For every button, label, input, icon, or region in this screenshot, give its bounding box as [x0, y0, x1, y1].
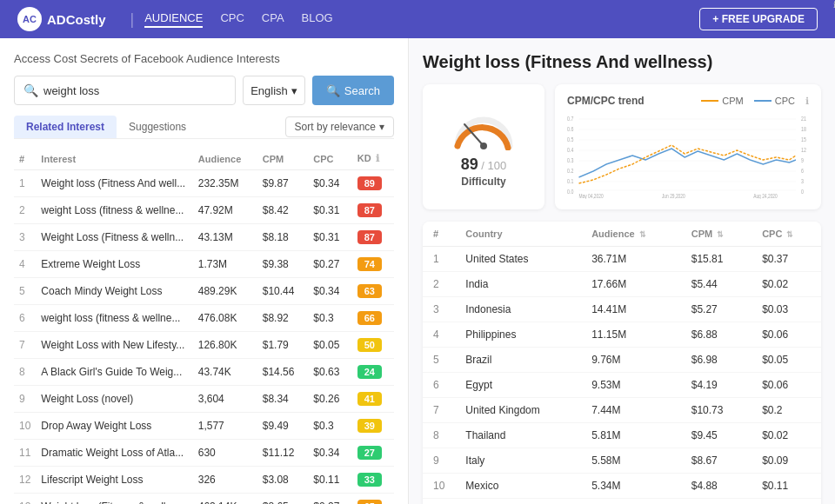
row-interest: Weight Loss (novel) [36, 386, 192, 413]
country-row-audience: 5.34M [581, 499, 681, 505]
gauge-wrap [449, 107, 518, 150]
svg-text:0.3: 0.3 [567, 156, 574, 163]
table-row[interactable]: 6 weight loss (fitness & wellne... 476.0… [14, 305, 394, 332]
country-row-cpc: $0.09 [752, 448, 821, 474]
row-cpm: $8.65 [257, 494, 309, 505]
table-row[interactable]: 7 Weight Loss with New Lifesty... 126.80… [14, 332, 394, 359]
svg-text:0.6: 0.6 [567, 125, 574, 132]
country-row-cpm: $15.81 [681, 247, 752, 272]
row-num: 2 [14, 197, 36, 224]
legend-cpm: CPM [701, 96, 743, 106]
row-interest: Extreme Weight Loss [36, 251, 192, 278]
table-row[interactable]: 5 Brazil 9.76M $6.98 $0.05 [423, 348, 821, 373]
gauge-svg [449, 107, 518, 150]
country-row-country: India [455, 272, 581, 297]
nav-cpc[interactable]: CPC [220, 11, 244, 28]
row-num: 9 [14, 386, 36, 413]
kd-badge: 87 [357, 230, 382, 244]
row-cpc: $0.31 [308, 197, 352, 224]
row-num: 8 [14, 359, 36, 386]
row-kd: 87 [352, 197, 394, 224]
table-row[interactable]: 4 Extreme Weight Loss 1.73M $9.38 $0.27 … [14, 251, 394, 278]
row-audience: 1.73M [193, 251, 257, 278]
country-row-audience: 36.71M [581, 247, 681, 272]
chart-area: 0.7 0.6 0.5 0.4 0.3 0.2 0.1 0.0 21 18 15… [567, 112, 809, 199]
search-button[interactable]: 🔍 Search [312, 76, 394, 105]
table-row[interactable]: 2 India 17.66M $5.44 $0.02 [423, 272, 821, 297]
country-row-cpm: $6.88 [681, 322, 752, 348]
table-row[interactable]: 3 Indonesia 14.41M $5.27 $0.03 [423, 297, 821, 322]
logo-abbr: AC [23, 14, 37, 24]
row-kd: 89 [352, 170, 394, 197]
country-row-audience: 11.15M [581, 322, 681, 348]
table-row[interactable]: 4 Philippines 11.15M $6.88 $0.06 [423, 322, 821, 348]
country-row-cpm: $11.61 [681, 499, 752, 505]
country-row-country: Malaysia [455, 499, 581, 505]
gauge-label: Difficulty [461, 176, 505, 188]
table-row[interactable]: 11 Dramatic Weight Loss of Atla... 630 $… [14, 440, 394, 467]
row-audience: 489.29K [193, 278, 257, 305]
row-interest: weight Loss (fitness & wellne... [36, 197, 192, 224]
interest-table: # Interest Audience CPM CPC KD ℹ 1 Weigh… [14, 148, 394, 504]
header: AC ADCostly | AUDIENCE CPC CPA BLOG + FR… [0, 0, 835, 38]
table-row[interactable]: 9 Weight Loss (novel) 3,604 $8.34 $0.26 … [14, 386, 394, 413]
table-row[interactable]: 11 Malaysia 5.34M $11.61 $0.07 [423, 499, 821, 505]
country-row-country: Indonesia [455, 297, 581, 322]
svg-text:0.4: 0.4 [567, 146, 574, 153]
country-row-cpm: $5.44 [681, 272, 752, 297]
country-row-audience: 5.34M [581, 474, 681, 499]
table-row[interactable]: 13 Weight loss (Fitness & welln... 463.1… [14, 494, 394, 505]
row-interest: Lifescript Weight Loss [36, 467, 192, 494]
chart-card: CPM/CPC trend CPM CPC ℹ [555, 84, 821, 209]
nav-cpa[interactable]: CPA [262, 11, 284, 28]
country-row-cpc: $0.06 [752, 322, 821, 348]
kd-badge: 39 [357, 419, 382, 433]
row-num: 7 [14, 332, 36, 359]
table-row[interactable]: 5 Coach Mindy Weight Loss 489.29K $10.44… [14, 278, 394, 305]
kd-badge: 24 [357, 365, 382, 379]
search-input[interactable] [43, 84, 226, 97]
row-interest: A Black Girl's Guide To Weig... [36, 359, 192, 386]
row-kd: 87 [352, 224, 394, 251]
table-row[interactable]: 8 A Black Girl's Guide To Weig... 43.74K… [14, 359, 394, 386]
table-row[interactable]: 8 Thailand 5.81M $9.45 $0.02 [423, 423, 821, 448]
country-row-audience: 9.53M [581, 373, 681, 398]
row-audience: 47.92M [193, 197, 257, 224]
table-row[interactable]: 7 United Kingdom 7.44M $10.73 $0.2 [423, 398, 821, 423]
table-row[interactable]: 10 Mexico 5.34M $4.88 $0.11 [423, 474, 821, 499]
country-row-cpc: $0.06 [752, 373, 821, 398]
trend-chart: 0.7 0.6 0.5 0.4 0.3 0.2 0.1 0.0 21 18 15… [567, 112, 809, 199]
table-row[interactable]: 6 Egypt 9.53M $4.19 $0.06 [423, 373, 821, 398]
table-row[interactable]: 2 weight Loss (fitness & wellne... 47.92… [14, 197, 394, 224]
language-select[interactable]: English ▾ [243, 76, 305, 105]
sort-button[interactable]: Sort by relevance ▾ [285, 116, 394, 137]
table-row[interactable]: 12 Lifescript Weight Loss 326 $3.08 $0.1… [14, 467, 394, 494]
table-row[interactable]: 10 Drop Away Weight Loss 1,577 $9.49 $0.… [14, 413, 394, 440]
kd-badge: 87 [357, 203, 382, 217]
nav-blog[interactable]: BLOG [302, 11, 333, 28]
tab-suggestions[interactable]: Suggestions [117, 116, 198, 138]
tab-related-interest[interactable]: Related Interest [14, 116, 117, 138]
row-num: 3 [14, 224, 36, 251]
table-row[interactable]: 3 Weight Loss (Fitness & welln... 43.13M… [14, 224, 394, 251]
country-row-country: Mexico [455, 474, 581, 499]
upgrade-button[interactable]: + FREE UPGRADE [699, 8, 818, 30]
country-row-cpc: $0.02 [752, 272, 821, 297]
table-row[interactable]: 1 Weight loss (Fitness And well... 232.3… [14, 170, 394, 197]
search-row: 🔍 English ▾ 🔍 Search [14, 76, 394, 105]
col-audience: Audience [193, 148, 257, 170]
nav-audience[interactable]: AUDIENCE [144, 11, 203, 28]
country-row-num: 6 [423, 373, 455, 398]
kd-info-icon: ℹ [376, 153, 379, 163]
table-row[interactable]: 9 Italy 5.58M $8.67 $0.09 [423, 448, 821, 474]
country-row-cpm: $5.27 [681, 297, 752, 322]
kd-badge: 33 [357, 473, 382, 487]
country-row-num: 10 [423, 474, 455, 499]
svg-text:0.7: 0.7 [567, 115, 574, 122]
row-audience: 326 [193, 467, 257, 494]
row-cpc: $0.31 [308, 224, 352, 251]
country-row-cpm: $6.98 [681, 348, 752, 373]
main-nav: AUDIENCE CPC CPA BLOG [144, 11, 333, 28]
country-row-cpc: $0.03 [752, 297, 821, 322]
table-row[interactable]: 1 United States 36.71M $15.81 $0.37 [423, 247, 821, 272]
